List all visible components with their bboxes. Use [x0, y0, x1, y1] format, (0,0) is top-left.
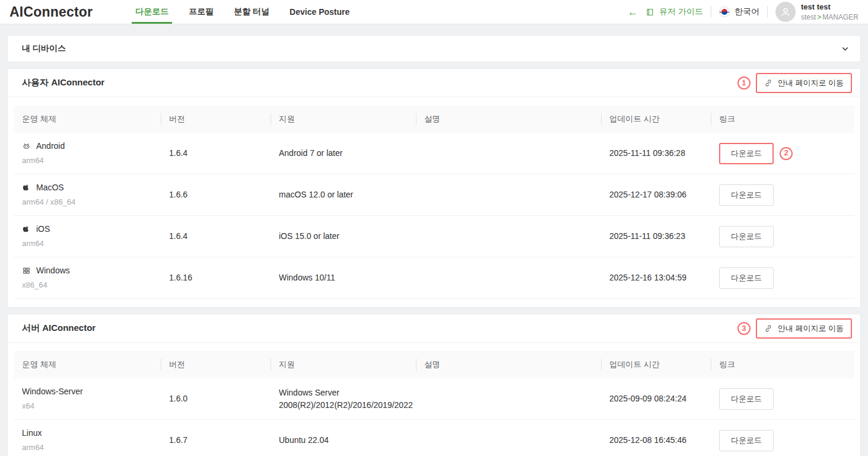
language-selector[interactable]: 한국어 — [719, 7, 759, 17]
guide-button-label: 안내 페이지로 이동 — [778, 78, 844, 88]
os-arch: arm64 — [22, 155, 155, 167]
language-label: 한국어 — [735, 7, 759, 17]
tab-label: 프로필 — [189, 7, 214, 17]
version-cell: 1.6.6 — [161, 181, 271, 208]
org-role-separator: > — [816, 13, 822, 21]
table-row-android: Android arm64 1.6.4 Android 7 or later 2… — [14, 133, 854, 174]
link-cell: 다운로드 2 — [711, 136, 854, 171]
apple-icon — [22, 183, 31, 192]
section-header: 사용자 AIConnector 1 안내 페이지로 이동 — [8, 69, 860, 97]
user-guide-link[interactable]: 유저 가이드 — [646, 7, 703, 17]
user-section-title: 사용자 AIConnector — [22, 77, 104, 88]
chevron-down-icon[interactable] — [841, 44, 850, 53]
korea-flag-icon — [719, 7, 730, 17]
os-name: iOS — [36, 223, 50, 235]
table-row-windows-server: Windows-Server x64 1.6.0 Windows Server … — [14, 378, 854, 420]
tab-download[interactable]: 다운로드 — [125, 0, 179, 24]
section-header: 서버 AIConnector 3 안내 페이지로 이동 — [8, 314, 860, 343]
avatar — [775, 2, 796, 22]
annotation-badge-3: 3 — [737, 322, 751, 335]
col-os: 운영 체제 — [14, 359, 161, 370]
download-button-android[interactable]: 다운로드 — [719, 143, 774, 164]
user-guide-page-button[interactable]: 안내 페이지로 이동 — [756, 73, 852, 93]
version-cell: 1.6.4 — [161, 140, 271, 166]
user-table: 운영 체제 버전 지원 설명 업데이트 시간 링크 — [8, 97, 860, 307]
table-row-windows: Windows x86_64 1.6.16 Windows 10/11 2025… — [14, 257, 854, 299]
os-arch: arm64 — [22, 238, 155, 250]
tab-device-posture[interactable]: Device Posture — [279, 0, 360, 24]
col-description: 설명 — [416, 114, 601, 125]
updated-cell: 2025-11-11 09:36:23 — [601, 223, 711, 249]
support-cell: macOS 12.0 or later — [271, 181, 416, 208]
annotation-badge-2: 2 — [780, 147, 793, 160]
col-version: 버전 — [161, 359, 271, 370]
android-icon — [22, 142, 31, 151]
download-button-linux[interactable]: 다운로드 — [719, 430, 774, 451]
divider — [711, 6, 711, 18]
server-section-title: 서버 AIConnector — [22, 323, 96, 334]
col-support: 지원 — [271, 359, 416, 370]
description-cell — [416, 433, 601, 448]
updated-cell: 2025-12-16 13:04:59 — [601, 264, 711, 291]
section-header-actions: 1 안내 페이지로 이동 — [737, 73, 852, 93]
support-cell: Windows Server 2008(R2)/2012(R2)/2016/20… — [271, 380, 416, 418]
os-name: Android — [36, 140, 65, 152]
link-cell: 다운로드 — [711, 381, 854, 417]
tab-label: 다운로드 — [135, 7, 168, 17]
back-arrow-icon[interactable]: ← — [628, 7, 638, 17]
user-role: MANAGER — [822, 13, 859, 21]
os-cell: MacOS arm64 / x86_64 — [14, 174, 161, 215]
server-guide-page-button[interactable]: 안내 페이지로 이동 — [756, 318, 852, 339]
version-cell: 1.6.16 — [161, 264, 271, 291]
col-os: 운영 체제 — [14, 114, 161, 125]
support-cell: Windows 10/11 — [271, 264, 416, 291]
app-logo: AIConnector — [9, 4, 93, 20]
apple-icon — [22, 225, 31, 234]
download-button-windows[interactable]: 다운로드 — [719, 267, 774, 289]
my-devices-title: 내 디바이스 — [22, 43, 66, 54]
link-cell: 다운로드 — [711, 260, 854, 296]
tab-profile[interactable]: 프로필 — [179, 0, 224, 24]
tab-label: Device Posture — [290, 7, 349, 17]
link-cell: 다운로드 — [711, 219, 854, 254]
annotation-badge-1: 1 — [737, 76, 751, 90]
os-cell: Android arm64 — [14, 133, 161, 173]
updated-cell: 2025-12-08 16:45:46 — [601, 427, 711, 453]
table-row-macos: MacOS arm64 / x86_64 1.6.6 macOS 12.0 or… — [14, 174, 854, 216]
description-cell — [416, 392, 601, 406]
link-icon — [764, 79, 772, 87]
user-menu[interactable]: test test stest>MANAGER — [775, 2, 859, 22]
os-name: Windows-Server — [22, 385, 83, 397]
description-cell — [416, 188, 601, 202]
table-header-row: 운영 체제 버전 지원 설명 업데이트 시간 링크 — [14, 106, 854, 133]
col-updated: 업데이트 시간 — [601, 114, 711, 125]
os-arch: arm64 — [22, 442, 155, 454]
user-org: stest — [801, 13, 816, 21]
book-icon — [646, 8, 654, 17]
os-arch: x64 — [22, 401, 155, 412]
os-arch: x86_64 — [22, 280, 155, 291]
col-version: 버전 — [161, 114, 271, 125]
download-button-windows-server[interactable]: 다운로드 — [719, 388, 774, 410]
download-button-macos[interactable]: 다운로드 — [719, 184, 774, 206]
windows-icon — [22, 266, 31, 275]
os-cell: iOS arm64 — [14, 216, 161, 256]
os-cell: Windows-Server x64 — [14, 378, 161, 419]
user-name: test test — [801, 2, 859, 12]
tab-label: 분할 터널 — [234, 7, 269, 17]
tab-split-tunnel[interactable]: 분할 터널 — [224, 0, 279, 24]
col-description: 설명 — [416, 359, 601, 370]
col-link: 링크 — [711, 359, 854, 370]
updated-cell: 2025-11-11 09:36:28 — [601, 140, 711, 166]
link-cell: 다운로드 — [711, 177, 854, 213]
description-cell — [416, 146, 601, 161]
user-guide-label: 유저 가이드 — [659, 7, 703, 17]
os-cell: Windows x86_64 — [14, 257, 161, 298]
user-org-role: stest>MANAGER — [801, 12, 859, 22]
table-row-linux: Linux arm64 1.6.7 Ubuntu 22.04 2025-12-0… — [14, 420, 854, 456]
support-cell: Ubuntu 22.04 — [271, 427, 416, 453]
my-devices-panel[interactable]: 내 디바이스 — [7, 35, 861, 62]
server-table: 운영 체제 버전 지원 설명 업데이트 시간 링크 Windows-Server… — [8, 343, 860, 456]
download-button-ios[interactable]: 다운로드 — [719, 226, 774, 247]
main-nav: 다운로드 프로필 분할 터널 Device Posture — [125, 0, 360, 24]
